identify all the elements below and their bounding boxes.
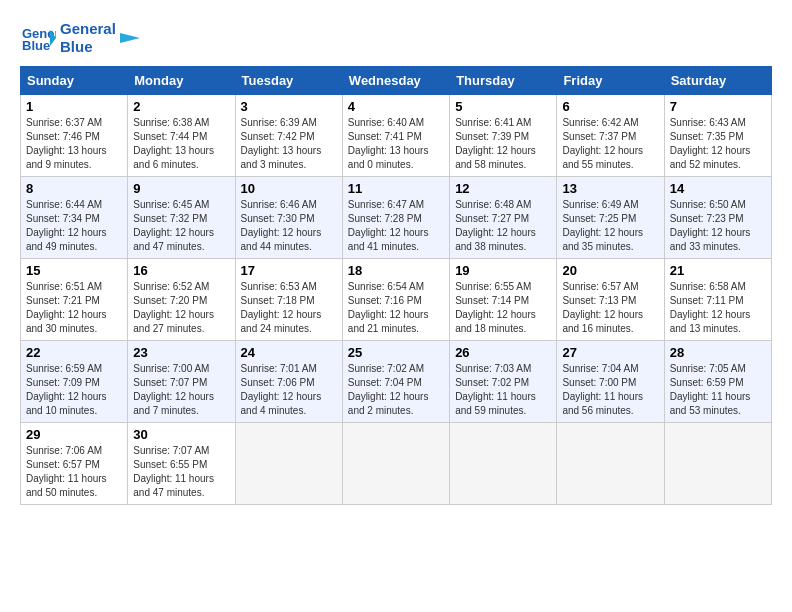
day-number: 24 — [241, 345, 337, 360]
calendar-cell — [450, 423, 557, 505]
day-number: 11 — [348, 181, 444, 196]
day-number: 5 — [455, 99, 551, 114]
calendar-cell: 15 Sunrise: 6:51 AM Sunset: 7:21 PM Dayl… — [21, 259, 128, 341]
day-info: Sunrise: 6:55 AM Sunset: 7:14 PM Dayligh… — [455, 280, 551, 336]
day-number: 19 — [455, 263, 551, 278]
calendar-cell: 11 Sunrise: 6:47 AM Sunset: 7:28 PM Dayl… — [342, 177, 449, 259]
day-info: Sunrise: 7:06 AM Sunset: 6:57 PM Dayligh… — [26, 444, 122, 500]
day-info: Sunrise: 7:02 AM Sunset: 7:04 PM Dayligh… — [348, 362, 444, 418]
day-info: Sunrise: 7:07 AM Sunset: 6:55 PM Dayligh… — [133, 444, 229, 500]
column-header-friday: Friday — [557, 67, 664, 95]
day-number: 27 — [562, 345, 658, 360]
calendar-cell: 9 Sunrise: 6:45 AM Sunset: 7:32 PM Dayli… — [128, 177, 235, 259]
logo-line2: Blue — [60, 38, 116, 56]
day-number: 3 — [241, 99, 337, 114]
calendar-cell: 26 Sunrise: 7:03 AM Sunset: 7:02 PM Dayl… — [450, 341, 557, 423]
day-info: Sunrise: 6:57 AM Sunset: 7:13 PM Dayligh… — [562, 280, 658, 336]
day-number: 14 — [670, 181, 766, 196]
day-info: Sunrise: 7:03 AM Sunset: 7:02 PM Dayligh… — [455, 362, 551, 418]
calendar-cell: 8 Sunrise: 6:44 AM Sunset: 7:34 PM Dayli… — [21, 177, 128, 259]
column-headers: SundayMondayTuesdayWednesdayThursdayFrid… — [21, 67, 772, 95]
day-number: 1 — [26, 99, 122, 114]
day-info: Sunrise: 6:37 AM Sunset: 7:46 PM Dayligh… — [26, 116, 122, 172]
day-number: 21 — [670, 263, 766, 278]
calendar-cell: 22 Sunrise: 6:59 AM Sunset: 7:09 PM Dayl… — [21, 341, 128, 423]
column-header-saturday: Saturday — [664, 67, 771, 95]
svg-marker-3 — [120, 33, 140, 43]
logo-arrow-icon — [120, 28, 140, 48]
week-row-5: 29 Sunrise: 7:06 AM Sunset: 6:57 PM Dayl… — [21, 423, 772, 505]
calendar-cell: 23 Sunrise: 7:00 AM Sunset: 7:07 PM Dayl… — [128, 341, 235, 423]
day-info: Sunrise: 6:46 AM Sunset: 7:30 PM Dayligh… — [241, 198, 337, 254]
day-number: 23 — [133, 345, 229, 360]
calendar-cell: 17 Sunrise: 6:53 AM Sunset: 7:18 PM Dayl… — [235, 259, 342, 341]
calendar-cell: 3 Sunrise: 6:39 AM Sunset: 7:42 PM Dayli… — [235, 95, 342, 177]
day-number: 25 — [348, 345, 444, 360]
page-header: General Blue General Blue — [20, 20, 772, 56]
calendar-cell: 6 Sunrise: 6:42 AM Sunset: 7:37 PM Dayli… — [557, 95, 664, 177]
week-row-1: 1 Sunrise: 6:37 AM Sunset: 7:46 PM Dayli… — [21, 95, 772, 177]
column-header-sunday: Sunday — [21, 67, 128, 95]
day-number: 13 — [562, 181, 658, 196]
calendar-cell: 2 Sunrise: 6:38 AM Sunset: 7:44 PM Dayli… — [128, 95, 235, 177]
day-number: 20 — [562, 263, 658, 278]
week-row-3: 15 Sunrise: 6:51 AM Sunset: 7:21 PM Dayl… — [21, 259, 772, 341]
day-info: Sunrise: 7:04 AM Sunset: 7:00 PM Dayligh… — [562, 362, 658, 418]
day-info: Sunrise: 6:50 AM Sunset: 7:23 PM Dayligh… — [670, 198, 766, 254]
day-number: 18 — [348, 263, 444, 278]
calendar-cell: 20 Sunrise: 6:57 AM Sunset: 7:13 PM Dayl… — [557, 259, 664, 341]
column-header-monday: Monday — [128, 67, 235, 95]
day-number: 4 — [348, 99, 444, 114]
day-number: 16 — [133, 263, 229, 278]
day-info: Sunrise: 6:58 AM Sunset: 7:11 PM Dayligh… — [670, 280, 766, 336]
day-number: 26 — [455, 345, 551, 360]
calendar-cell: 4 Sunrise: 6:40 AM Sunset: 7:41 PM Dayli… — [342, 95, 449, 177]
logo-icon: General Blue — [20, 20, 56, 56]
calendar-cell: 24 Sunrise: 7:01 AM Sunset: 7:06 PM Dayl… — [235, 341, 342, 423]
day-info: Sunrise: 7:00 AM Sunset: 7:07 PM Dayligh… — [133, 362, 229, 418]
day-info: Sunrise: 6:51 AM Sunset: 7:21 PM Dayligh… — [26, 280, 122, 336]
calendar-cell — [342, 423, 449, 505]
day-number: 17 — [241, 263, 337, 278]
calendar-cell: 30 Sunrise: 7:07 AM Sunset: 6:55 PM Dayl… — [128, 423, 235, 505]
calendar-cell: 27 Sunrise: 7:04 AM Sunset: 7:00 PM Dayl… — [557, 341, 664, 423]
calendar-cell: 28 Sunrise: 7:05 AM Sunset: 6:59 PM Dayl… — [664, 341, 771, 423]
day-info: Sunrise: 6:45 AM Sunset: 7:32 PM Dayligh… — [133, 198, 229, 254]
calendar-cell: 12 Sunrise: 6:48 AM Sunset: 7:27 PM Dayl… — [450, 177, 557, 259]
day-info: Sunrise: 6:41 AM Sunset: 7:39 PM Dayligh… — [455, 116, 551, 172]
calendar-cell: 19 Sunrise: 6:55 AM Sunset: 7:14 PM Dayl… — [450, 259, 557, 341]
calendar-cell: 21 Sunrise: 6:58 AM Sunset: 7:11 PM Dayl… — [664, 259, 771, 341]
calendar-cell: 5 Sunrise: 6:41 AM Sunset: 7:39 PM Dayli… — [450, 95, 557, 177]
day-info: Sunrise: 7:05 AM Sunset: 6:59 PM Dayligh… — [670, 362, 766, 418]
day-info: Sunrise: 6:47 AM Sunset: 7:28 PM Dayligh… — [348, 198, 444, 254]
day-number: 30 — [133, 427, 229, 442]
column-header-tuesday: Tuesday — [235, 67, 342, 95]
calendar-cell: 1 Sunrise: 6:37 AM Sunset: 7:46 PM Dayli… — [21, 95, 128, 177]
calendar-cell — [664, 423, 771, 505]
day-info: Sunrise: 7:01 AM Sunset: 7:06 PM Dayligh… — [241, 362, 337, 418]
calendar-cell — [235, 423, 342, 505]
calendar-cell: 16 Sunrise: 6:52 AM Sunset: 7:20 PM Dayl… — [128, 259, 235, 341]
column-header-thursday: Thursday — [450, 67, 557, 95]
day-info: Sunrise: 6:39 AM Sunset: 7:42 PM Dayligh… — [241, 116, 337, 172]
day-info: Sunrise: 6:42 AM Sunset: 7:37 PM Dayligh… — [562, 116, 658, 172]
calendar-cell: 13 Sunrise: 6:49 AM Sunset: 7:25 PM Dayl… — [557, 177, 664, 259]
day-number: 29 — [26, 427, 122, 442]
day-number: 15 — [26, 263, 122, 278]
svg-text:Blue: Blue — [22, 38, 50, 53]
calendar-cell: 18 Sunrise: 6:54 AM Sunset: 7:16 PM Dayl… — [342, 259, 449, 341]
day-number: 8 — [26, 181, 122, 196]
day-number: 12 — [455, 181, 551, 196]
day-info: Sunrise: 6:54 AM Sunset: 7:16 PM Dayligh… — [348, 280, 444, 336]
day-info: Sunrise: 6:40 AM Sunset: 7:41 PM Dayligh… — [348, 116, 444, 172]
calendar-cell — [557, 423, 664, 505]
column-header-wednesday: Wednesday — [342, 67, 449, 95]
day-number: 28 — [670, 345, 766, 360]
week-row-4: 22 Sunrise: 6:59 AM Sunset: 7:09 PM Dayl… — [21, 341, 772, 423]
calendar-table: SundayMondayTuesdayWednesdayThursdayFrid… — [20, 66, 772, 505]
day-info: Sunrise: 6:38 AM Sunset: 7:44 PM Dayligh… — [133, 116, 229, 172]
day-number: 10 — [241, 181, 337, 196]
week-row-2: 8 Sunrise: 6:44 AM Sunset: 7:34 PM Dayli… — [21, 177, 772, 259]
calendar-cell: 10 Sunrise: 6:46 AM Sunset: 7:30 PM Dayl… — [235, 177, 342, 259]
day-info: Sunrise: 6:52 AM Sunset: 7:20 PM Dayligh… — [133, 280, 229, 336]
